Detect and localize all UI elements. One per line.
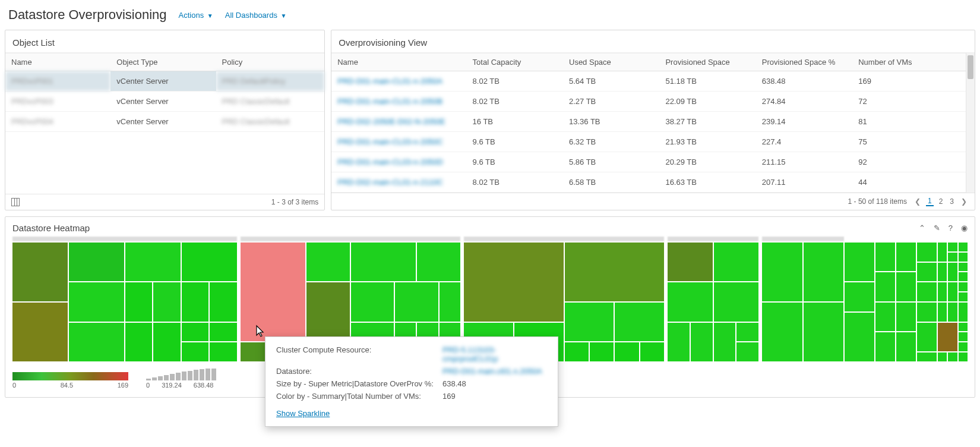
table-row[interactable]: PRD-D01-main-CL03-n-2050D9.6 TB5.86 TB20… <box>331 152 975 172</box>
all-dashboards-label: All Dashboards <box>225 11 277 20</box>
table-row[interactable]: PRD-D01-main-CL01-n-2050A8.02 TB5.64 TB5… <box>331 71 975 92</box>
chevron-down-icon: ▼ <box>281 12 287 19</box>
cell-prov: 38.27 TB <box>659 112 755 132</box>
cell-name[interactable]: PRD-D01-main-CL03-n-2050C <box>331 132 466 152</box>
tt-label: Color by - Summary|Total Number of VMs: <box>276 392 442 400</box>
all-dashboards-dropdown[interactable]: All Dashboards ▼ <box>225 11 287 20</box>
cell-prov: 16.63 TB <box>659 172 755 193</box>
columns-icon[interactable] <box>11 198 20 206</box>
cell-prov: 21.93 TB <box>659 132 755 152</box>
table-row[interactable]: PRDvcP001 vCenter Server PRD DefaultPoli… <box>5 71 324 92</box>
chevron-down-icon: ▼ <box>207 12 213 19</box>
cell-name[interactable]: PRD-D01-main-CL03-n-2050D <box>331 152 466 172</box>
size-bars <box>146 369 216 380</box>
col-type[interactable]: Object Type <box>110 53 216 71</box>
cell-total: 16 TB <box>467 112 563 132</box>
page-3[interactable]: 3 <box>948 197 956 206</box>
cell-total: 8.02 TB <box>467 172 563 193</box>
col-name[interactable]: Name <box>331 53 466 71</box>
legend-size-0: 0 <box>146 382 150 389</box>
cell-used: 5.64 TB <box>563 71 659 92</box>
legend-size-1: 319.24 <box>162 382 182 389</box>
cell-type: vCenter Server <box>110 112 216 132</box>
cell-type: vCenter Server <box>110 92 216 112</box>
col-policy[interactable]: Policy <box>216 53 325 71</box>
cell-pct: 207.11 <box>756 172 852 193</box>
cell-pct: 274.84 <box>756 92 852 112</box>
table-row[interactable]: PRD-D02-main-CL01-n-2110C8.02 TB6.58 TB1… <box>331 172 975 193</box>
overprov-footer: 1 - 50 of 118 items <box>848 197 907 206</box>
col-name[interactable]: Name <box>5 53 110 71</box>
page-1[interactable]: 1 <box>926 197 934 206</box>
overprovisioning-table: Name Total Capacity Used Space Provision… <box>331 53 975 193</box>
cell-name[interactable]: PRD-D01-main-CL01-n-2050A <box>331 71 466 92</box>
page-title: Datastore Overprovisioning <box>8 7 167 23</box>
legend-max: 169 <box>118 382 128 389</box>
color-gradient <box>12 372 128 380</box>
cell-name: PRDvcP004 <box>5 112 110 132</box>
col-prov[interactable]: Provisioned Space <box>659 53 755 71</box>
cell-total: 8.02 TB <box>467 71 563 92</box>
legend-size-2: 638.48 <box>194 382 214 389</box>
cell-prov: 20.29 TB <box>659 152 755 172</box>
cell-pct: 239.14 <box>756 112 852 132</box>
cell-used: 13.36 TB <box>563 112 659 132</box>
table-row[interactable]: PRD-D01-main-CL01-n-2050B8.02 TB2.27 TB2… <box>331 92 975 112</box>
table-row[interactable]: PRDvcP003 vCenter Server PRD ClassicDefa… <box>5 92 324 112</box>
cell-vms: 75 <box>852 132 975 152</box>
cell-used: 2.27 TB <box>563 92 659 112</box>
cell-name: PRDvcP003 <box>5 92 110 112</box>
cell-used: 5.86 TB <box>563 152 659 172</box>
cell-prov: 22.09 TB <box>659 92 755 112</box>
cell-policy: PRD ClassicDefault <box>216 92 325 112</box>
cell-pct: 638.48 <box>756 71 852 92</box>
overprovisioning-heading: Overprovisioning View <box>331 30 975 53</box>
cell-vms: 72 <box>852 92 975 112</box>
table-row[interactable]: PRDvcP004 vCenter Server PRD ClassicDefa… <box>5 112 324 132</box>
cell-name[interactable]: PRD-D02-main-CL01-n-2110C <box>331 172 466 193</box>
page-2[interactable]: 2 <box>937 197 945 206</box>
cell-total: 8.02 TB <box>467 92 563 112</box>
cell-pct: 227.4 <box>756 132 852 152</box>
tt-value: 638.48 <box>442 379 466 388</box>
legend-min: 0 <box>12 382 16 389</box>
cell-name[interactable]: PRD-D02-2050E-D02-N-2050E <box>331 112 466 132</box>
edit-icon[interactable]: ✎ <box>934 224 940 232</box>
col-total[interactable]: Total Capacity <box>467 53 563 71</box>
cell-vms: 44 <box>852 172 975 193</box>
cell-prov: 51.18 TB <box>659 71 755 92</box>
tt-value[interactable]: PRD-5.113103-cmprprodCL01p <box>442 345 547 363</box>
object-list-panel: Object List Name Object Type Policy PRDv… <box>5 30 325 210</box>
cell-used: 6.58 TB <box>563 172 659 193</box>
col-vms[interactable]: Number of VMs <box>852 53 975 71</box>
col-pct[interactable]: Provisioned Space % <box>756 53 852 71</box>
overprovisioning-panel: Overprovisioning View Name Total Capacit… <box>331 30 975 210</box>
object-list-table: Name Object Type Policy PRDvcP001 vCente… <box>5 53 324 132</box>
legend-mid: 84.5 <box>61 382 73 389</box>
heatmap-cell-hot[interactable] <box>241 243 306 341</box>
heatmap-tooltip: Cluster Compute Resource:PRD-5.113103-cm… <box>265 336 558 400</box>
col-used[interactable]: Used Space <box>563 53 659 71</box>
tt-value: 169 <box>442 392 456 400</box>
cell-name[interactable]: PRD-D01-main-CL01-n-2050B <box>331 92 466 112</box>
eye-icon[interactable]: ◉ <box>961 224 968 232</box>
page-prev-icon[interactable]: ❮ <box>913 197 922 206</box>
cell-vms: 92 <box>852 152 975 172</box>
cell-total: 9.6 TB <box>467 132 563 152</box>
cell-vms: 169 <box>852 71 975 92</box>
cursor-icon <box>252 325 264 339</box>
cell-policy: PRD DefaultPolicy <box>216 71 325 92</box>
collapse-icon[interactable]: ⌃ <box>919 224 925 232</box>
actions-dropdown[interactable]: Actions ▼ <box>179 11 213 20</box>
heatmap-title: Datastore Heatmap <box>12 223 90 233</box>
page-next-icon[interactable]: ❯ <box>959 197 969 206</box>
cell-total: 9.6 TB <box>467 152 563 172</box>
help-icon[interactable]: ? <box>949 224 953 232</box>
pager: ❮ 1 2 3 ❯ <box>913 197 969 206</box>
scrollbar[interactable] <box>966 53 975 193</box>
tt-label: Cluster Compute Resource: <box>276 345 442 363</box>
tt-value[interactable]: PRD-D01-main.cl01.n.2050A <box>442 367 542 376</box>
tt-label: Datastore: <box>276 367 442 376</box>
table-row[interactable]: PRD-D02-2050E-D02-N-2050E16 TB13.36 TB38… <box>331 112 975 132</box>
table-row[interactable]: PRD-D01-main-CL03-n-2050C9.6 TB6.32 TB21… <box>331 132 975 152</box>
